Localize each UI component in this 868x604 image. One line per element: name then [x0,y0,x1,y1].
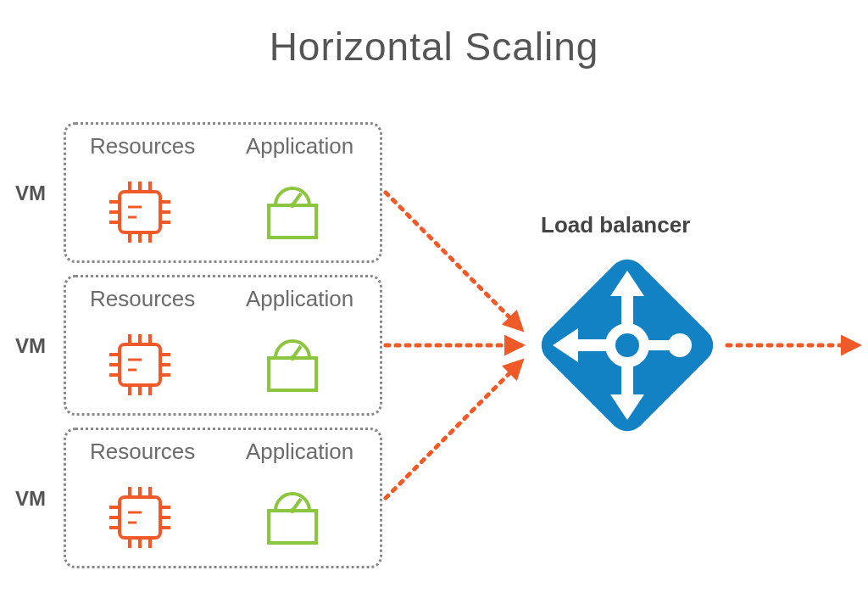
svg-point-20 [610,328,644,362]
load-balancer-icon [534,252,721,439]
application-icon [269,188,316,238]
diagram-svg [0,0,868,604]
connection-arrow [386,361,521,498]
cpu-icon [109,334,170,395]
application-icon [269,341,316,390]
cpu-icon [109,182,170,243]
application-icon [269,494,316,543]
cpu-icon [109,487,170,548]
connection-arrow [386,193,521,329]
